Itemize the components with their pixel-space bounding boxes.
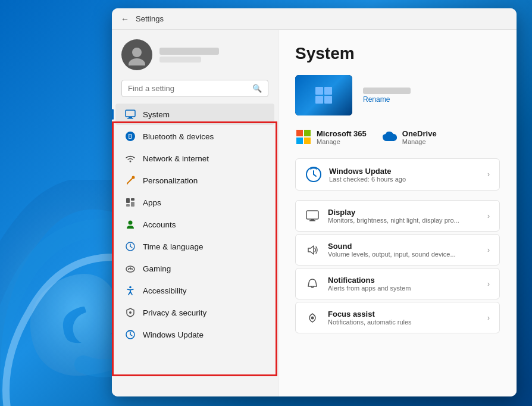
time-icon xyxy=(125,241,136,252)
profile-sub-placeholder xyxy=(159,57,201,63)
notifications-card[interactable]: Notifications Alerts from apps and syste… xyxy=(295,268,500,299)
bluetooth-icon: B xyxy=(125,131,136,142)
title-bar: ← Settings xyxy=(112,8,517,30)
sidebar-label-accounts: Accounts xyxy=(143,220,176,229)
svg-point-9 xyxy=(132,176,135,179)
sound-card[interactable]: Sound Volume levels, output, input, soun… xyxy=(295,234,500,266)
microsoft365-link[interactable]: Microsoft 365 Manage xyxy=(295,129,367,145)
svg-marker-34 xyxy=(308,246,314,254)
notifications-title: Notifications xyxy=(328,276,411,285)
display-icon xyxy=(305,209,320,223)
svg-rect-31 xyxy=(306,211,318,219)
sidebar-label-bluetooth: Bluetooth & devices xyxy=(143,132,214,141)
sidebar-label-time: Time & language xyxy=(143,242,204,251)
svg-rect-11 xyxy=(131,198,134,201)
microsoft365-sub: Manage xyxy=(317,138,367,145)
system-hero: Rename xyxy=(295,75,500,115)
onedrive-title: OneDrive xyxy=(402,129,437,138)
sidebar-item-time[interactable]: Time & language xyxy=(115,236,274,257)
microsoft365-title: Microsoft 365 xyxy=(317,129,367,138)
sound-chevron: › xyxy=(487,246,490,254)
sidebar-label-gaming: Gaming xyxy=(143,264,171,273)
page-title: System xyxy=(295,44,500,63)
focus-assist-sub: Notifications, automatic rules xyxy=(328,318,412,326)
svg-rect-2 xyxy=(126,110,135,117)
svg-rect-27 xyxy=(304,130,311,136)
sidebar-label-apps: Apps xyxy=(143,198,161,207)
sound-icon xyxy=(305,243,320,257)
display-chevron: › xyxy=(487,212,490,220)
user-avatar-icon xyxy=(126,44,148,65)
svg-point-35 xyxy=(311,316,314,319)
sidebar: 🔍 System xyxy=(112,30,278,396)
sidebar-label-system: System xyxy=(143,110,170,119)
onedrive-icon xyxy=(381,129,398,145)
sidebar-item-personalization[interactable]: Personalization xyxy=(115,170,274,191)
sidebar-item-bluetooth[interactable]: B Bluetooth & devices xyxy=(115,126,274,147)
back-button[interactable]: ← xyxy=(119,13,131,25)
sidebar-item-accessibility[interactable]: Accessibility xyxy=(115,280,274,301)
sidebar-item-system[interactable]: System xyxy=(115,104,274,125)
settings-window: ← Settings 🔍 xyxy=(112,8,517,396)
focus-assist-card[interactable]: Focus assist Notifications, automatic ru… xyxy=(295,302,500,333)
sound-title: Sound xyxy=(328,242,456,251)
apps-icon xyxy=(125,197,136,208)
svg-point-23 xyxy=(129,286,132,289)
sidebar-label-accessibility: Accessibility xyxy=(143,286,187,295)
network-icon xyxy=(125,153,136,164)
rename-section: Rename xyxy=(363,88,411,104)
sidebar-label-windows-update: Windows Update xyxy=(143,330,204,339)
svg-line-17 xyxy=(130,246,132,248)
rename-button[interactable]: Rename xyxy=(363,95,411,104)
display-sub: Monitors, brightness, night light, displ… xyxy=(328,217,459,224)
svg-rect-10 xyxy=(126,198,130,203)
windows-update-card[interactable]: Windows Update Last checked: 6 hours ago… xyxy=(295,158,500,190)
sidebar-item-network[interactable]: Network & internet xyxy=(115,148,274,169)
microsoft365-icon xyxy=(295,129,312,145)
system-icon xyxy=(125,109,136,120)
display-card[interactable]: Display Monitors, brightness, night ligh… xyxy=(295,200,500,232)
notifications-chevron: › xyxy=(487,280,490,288)
microsoft365-text: Microsoft 365 Manage xyxy=(317,129,367,145)
profile-section[interactable] xyxy=(112,30,278,75)
svg-rect-29 xyxy=(304,138,311,144)
accessibility-icon xyxy=(125,285,136,296)
display-text: Display Monitors, brightness, night ligh… xyxy=(328,208,459,224)
onedrive-link[interactable]: OneDrive Manage xyxy=(381,129,437,145)
windows-update-title: Windows Update xyxy=(329,167,406,176)
svg-rect-4 xyxy=(127,118,133,119)
windows-update-icon xyxy=(305,166,322,183)
windows-logo-small xyxy=(315,87,332,104)
svg-point-14 xyxy=(129,221,133,225)
windows-update-text: Windows Update Last checked: 6 hours ago xyxy=(329,167,406,183)
search-box[interactable]: 🔍 xyxy=(121,80,268,97)
notifications-icon xyxy=(305,277,320,291)
svg-rect-22 xyxy=(129,268,132,268)
svg-rect-26 xyxy=(296,130,303,136)
right-panel: System Rename xyxy=(278,30,517,396)
focus-assist-icon xyxy=(305,311,320,325)
svg-rect-13 xyxy=(126,204,130,207)
sound-sub: Volume levels, output, input, sound devi… xyxy=(328,251,456,258)
svg-rect-28 xyxy=(296,138,303,144)
sidebar-item-windows-update[interactable]: Windows Update xyxy=(115,324,274,345)
sidebar-item-accounts[interactable]: Accounts xyxy=(115,214,274,235)
focus-assist-chevron: › xyxy=(487,314,490,322)
notifications-sub: Alerts from apps and system xyxy=(328,285,411,292)
personalization-icon xyxy=(125,175,136,186)
sidebar-item-privacy[interactable]: Privacy & security xyxy=(115,302,274,323)
sidebar-label-personalization: Personalization xyxy=(143,176,198,185)
svg-rect-3 xyxy=(129,117,132,118)
svg-rect-12 xyxy=(131,202,134,207)
onedrive-sub: Manage xyxy=(402,138,437,145)
window-title: Settings xyxy=(136,14,164,23)
windows-update-nav-icon xyxy=(125,329,136,340)
sidebar-item-gaming[interactable]: Gaming xyxy=(115,258,274,279)
quick-links: Microsoft 365 Manage OneDrive Manage xyxy=(295,129,500,145)
svg-rect-32 xyxy=(311,219,314,220)
windows-update-chevron: › xyxy=(487,170,490,179)
sidebar-item-apps[interactable]: Apps xyxy=(115,192,274,213)
svg-point-0 xyxy=(132,48,142,57)
search-input[interactable] xyxy=(128,84,249,93)
svg-point-7 xyxy=(130,161,132,163)
